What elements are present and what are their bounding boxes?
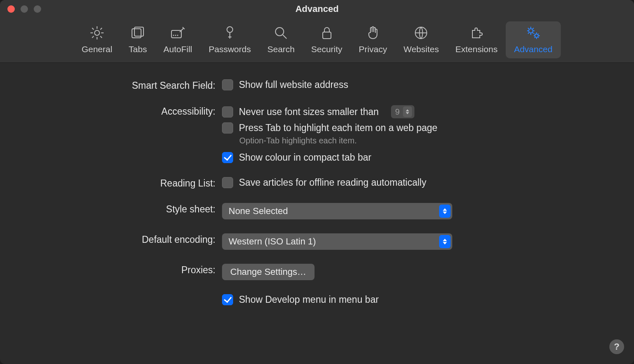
default-encoding-label: Default encoding: <box>25 233 222 245</box>
svg-rect-9 <box>323 32 331 39</box>
tab-extensions[interactable]: Extensions <box>447 21 506 58</box>
svg-point-7 <box>227 27 233 32</box>
titlebar: Advanced <box>0 0 634 18</box>
develop-menu-checkbox[interactable] <box>222 294 233 305</box>
help-icon: ? <box>614 341 619 352</box>
svg-point-6 <box>177 35 178 36</box>
lock-icon <box>319 25 335 41</box>
svg-point-8 <box>275 28 284 36</box>
svg-point-5 <box>175 35 176 36</box>
minimize-window-button[interactable] <box>21 5 28 13</box>
autofill-icon <box>169 25 186 41</box>
empty-label <box>25 294 222 295</box>
gear-icon <box>89 25 105 41</box>
show-full-address-checkbox[interactable] <box>222 79 233 90</box>
style-sheet-value: None Selected <box>229 206 288 217</box>
develop-menu-label: Show Develop menu in menu bar <box>239 294 379 305</box>
offline-reading-label: Save articles for offline reading automa… <box>239 177 426 188</box>
preferences-toolbar: General Tabs AutoFill Passwords Search <box>0 18 634 63</box>
tab-search[interactable]: Search <box>259 21 303 58</box>
change-proxy-settings-label: Change Settings… <box>230 267 306 277</box>
compact-colour-label: Show colour in compact tab bar <box>239 152 371 163</box>
tab-label: Passwords <box>209 44 251 54</box>
svg-point-12 <box>535 34 538 37</box>
tab-security[interactable]: Security <box>303 21 351 58</box>
tab-label: AutoFill <box>163 44 192 54</box>
advanced-pane: Smart Search Field: Show full website ad… <box>0 63 634 364</box>
show-full-address-label: Show full website address <box>239 79 348 90</box>
hand-icon <box>365 25 381 41</box>
tab-label: Advanced <box>514 44 552 54</box>
window-title: Advanced <box>0 4 634 14</box>
close-window-button[interactable] <box>7 5 15 13</box>
help-button[interactable]: ? <box>609 339 624 354</box>
tab-privacy[interactable]: Privacy <box>351 21 396 58</box>
accessibility-label: Accessibility: <box>25 105 222 117</box>
min-font-size-checkbox[interactable] <box>222 106 233 117</box>
zoom-window-button[interactable] <box>34 5 41 13</box>
tab-passwords[interactable]: Passwords <box>201 21 259 58</box>
tab-highlight-checkbox[interactable] <box>222 122 233 134</box>
tab-label: General <box>81 44 112 54</box>
tab-label: Search <box>267 44 295 54</box>
tab-highlight-hint: Option-Tab highlights each item. <box>239 136 609 145</box>
traffic-lights <box>0 5 41 13</box>
tab-advanced[interactable]: Advanced <box>506 21 560 58</box>
tab-general[interactable]: General <box>73 21 120 58</box>
tab-label: Privacy <box>359 44 387 54</box>
svg-point-4 <box>173 35 174 36</box>
tab-label: Security <box>311 44 342 54</box>
default-encoding-value: Western (ISO Latin 1) <box>229 236 316 247</box>
compact-colour-checkbox[interactable] <box>222 152 233 163</box>
proxies-label: Proxies: <box>25 264 222 276</box>
tab-label: Websites <box>403 44 439 54</box>
key-icon <box>222 25 238 41</box>
tab-label: Extensions <box>455 44 497 54</box>
svg-point-11 <box>529 29 533 33</box>
svg-point-0 <box>95 30 99 35</box>
min-font-size-label: Never use font sizes smaller than <box>239 106 379 117</box>
stepper-arrows-icon <box>403 106 412 117</box>
puzzle-icon <box>468 25 485 41</box>
preferences-window: Advanced General Tabs AutoFill Passwords <box>0 0 634 364</box>
change-proxy-settings-button[interactable]: Change Settings… <box>222 264 315 280</box>
search-icon <box>273 25 289 41</box>
select-arrows-icon <box>439 235 451 248</box>
default-encoding-select[interactable]: Western (ISO Latin 1) <box>222 233 452 250</box>
style-sheet-select[interactable]: None Selected <box>222 203 452 219</box>
tab-label: Tabs <box>129 44 147 54</box>
select-arrows-icon <box>439 205 451 218</box>
gears-icon <box>525 25 541 41</box>
style-sheet-label: Style sheet: <box>25 203 222 215</box>
tab-autofill[interactable]: AutoFill <box>155 21 200 58</box>
tabs-icon <box>130 25 146 41</box>
min-font-size-stepper[interactable]: 9 <box>391 105 414 118</box>
globe-icon <box>413 25 429 41</box>
offline-reading-checkbox[interactable] <box>222 177 233 188</box>
tab-tabs[interactable]: Tabs <box>120 21 155 58</box>
min-font-size-value: 9 <box>395 107 400 117</box>
tab-websites[interactable]: Websites <box>395 21 447 58</box>
tab-highlight-label: Press Tab to highlight each item on a we… <box>239 122 437 134</box>
reading-list-label: Reading List: <box>25 177 222 189</box>
smart-search-label: Smart Search Field: <box>25 79 222 91</box>
